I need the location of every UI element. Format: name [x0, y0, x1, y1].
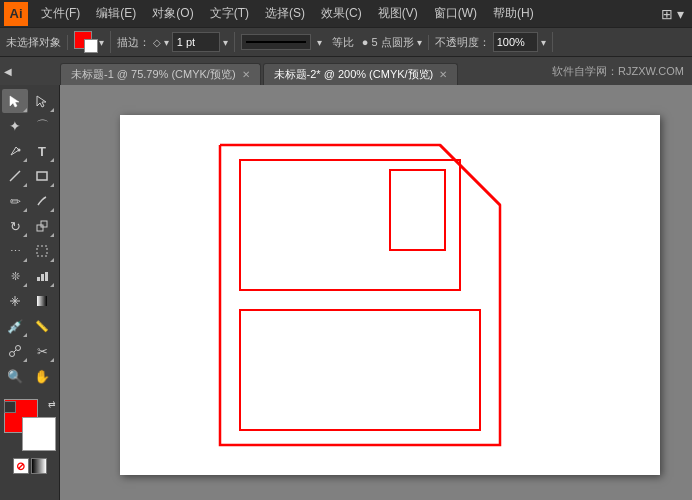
svg-marker-1 — [37, 96, 46, 107]
toolbar-stroke-section: 描边： ◇ ▾ ▾ — [117, 32, 235, 52]
toolbar-point-section: ● 5 点圆形 ▾ — [362, 35, 429, 50]
opacity-arrow[interactable]: ▾ — [541, 37, 546, 48]
lasso-btn[interactable]: ⌒ — [29, 114, 55, 138]
svg-line-3 — [10, 171, 20, 181]
point-label: ● 5 点圆形 — [362, 35, 414, 50]
stroke-label: 描边： — [117, 35, 150, 50]
toolbar-no-selection: 未选择对象 — [6, 35, 68, 50]
tool-row-4 — [2, 164, 57, 188]
svg-rect-6 — [41, 221, 47, 227]
menu-items: 文件(F) 编辑(E) 对象(O) 文字(T) 选择(S) 效果(C) 视图(V… — [34, 3, 541, 24]
watermark: 软件自学网：RJZXW.COM — [552, 64, 684, 79]
line-tool-btn[interactable] — [2, 164, 28, 188]
toolbar-opacity-section: 不透明度： ▾ — [435, 32, 553, 52]
tab-1-label: 未标题-1 @ 75.79% (CMYK/预览) — [71, 67, 236, 82]
svg-rect-7 — [37, 246, 47, 256]
canvas-area — [60, 85, 692, 500]
tool-row-5: ✏ — [2, 189, 57, 213]
svg-point-2 — [18, 149, 21, 152]
menu-select[interactable]: 选择(S) — [258, 3, 312, 24]
svg-rect-16 — [240, 160, 460, 290]
tab-1-close[interactable]: ✕ — [242, 69, 250, 80]
svg-rect-17 — [390, 170, 445, 250]
menu-bar: Ai 文件(F) 编辑(E) 对象(O) 文字(T) 选择(S) 效果(C) 视… — [0, 0, 692, 27]
stroke-color-box[interactable] — [22, 417, 56, 451]
svg-rect-5 — [37, 225, 43, 231]
tab-scroll-left[interactable]: ◀ — [4, 66, 12, 77]
stroke-unit-arrow[interactable]: ▾ — [223, 37, 228, 48]
blend-btn[interactable] — [2, 339, 28, 363]
svg-rect-8 — [37, 277, 40, 281]
rect-tool-btn[interactable] — [29, 164, 55, 188]
gradient-tool-btn[interactable] — [29, 289, 55, 313]
tool-row-10: 💉 📏 — [2, 314, 57, 338]
floppy-svg — [120, 115, 660, 475]
tool-row-8: ❊ — [2, 264, 57, 288]
window-controls: ⊞ ▾ — [661, 6, 688, 22]
symbol-spray-btn[interactable]: ❊ — [2, 264, 28, 288]
toolbar: 未选择对象 ▾ 描边： ◇ ▾ ▾ ▾ 等比 ● 5 点圆形 ▾ 不透明度： ▾ — [0, 27, 692, 57]
tab-2-close[interactable]: ✕ — [439, 69, 447, 80]
main-area: ✦ ⌒ T ✏ — [0, 85, 692, 500]
brush-tool-btn[interactable]: ✏ — [2, 189, 28, 213]
hand-btn[interactable]: ✋ — [29, 364, 55, 388]
mesh-tool-btn[interactable] — [2, 289, 28, 313]
stroke-value-input[interactable] — [172, 32, 220, 52]
ai-logo: Ai — [4, 2, 28, 26]
svg-marker-0 — [10, 96, 19, 107]
scissors-btn[interactable]: ✂ — [29, 339, 55, 363]
tool-row-1 — [2, 89, 57, 113]
svg-line-15 — [440, 145, 500, 205]
rotate-tool-btn[interactable]: ↻ — [2, 214, 28, 238]
scale-tool-btn[interactable] — [29, 214, 55, 238]
eyedropper-btn[interactable]: 💉 — [2, 314, 28, 338]
svg-line-14 — [14, 350, 16, 352]
menu-effect[interactable]: 效果(C) — [314, 3, 369, 24]
floppy-drawing — [120, 115, 660, 475]
menu-help[interactable]: 帮助(H) — [486, 3, 541, 24]
none-swatch[interactable]: ⊘ — [13, 458, 29, 474]
warp-tool-btn[interactable]: ⋯ — [2, 239, 28, 263]
menu-type[interactable]: 文字(T) — [203, 3, 256, 24]
direct-select-tool-btn[interactable] — [29, 89, 55, 113]
svg-rect-18 — [240, 310, 480, 430]
left-toolbar: ✦ ⌒ T ✏ — [0, 85, 60, 500]
dropdown-arrow-color[interactable]: ▾ — [99, 37, 104, 48]
tool-row-9 — [2, 289, 57, 313]
opacity-input[interactable] — [493, 32, 538, 52]
pencil-tool-btn[interactable] — [29, 189, 55, 213]
zoom-btn[interactable]: 🔍 — [2, 364, 28, 388]
equal-label: 等比 — [332, 35, 354, 50]
svg-rect-4 — [37, 172, 47, 180]
grid-icon[interactable]: ⊞ ▾ — [661, 6, 684, 22]
menu-file[interactable]: 文件(F) — [34, 3, 87, 24]
menu-edit[interactable]: 编辑(E) — [89, 3, 143, 24]
swatch-row: ⊘ — [2, 458, 57, 474]
svg-point-12 — [10, 352, 15, 357]
gradient-swatch[interactable] — [31, 458, 47, 474]
free-transform-btn[interactable] — [29, 239, 55, 263]
menu-object[interactable]: 对象(O) — [145, 3, 200, 24]
default-colors-icon[interactable] — [4, 401, 16, 413]
menu-view[interactable]: 视图(V) — [371, 3, 425, 24]
column-graph-btn[interactable] — [29, 264, 55, 288]
select-tool-btn[interactable] — [2, 89, 28, 113]
stroke-dropdown-arrow[interactable]: ◇ ▾ — [153, 37, 169, 48]
swap-colors-icon[interactable]: ⇄ — [48, 399, 56, 409]
menu-window[interactable]: 窗口(W) — [427, 3, 484, 24]
no-selection-label: 未选择对象 — [6, 35, 61, 50]
tool-row-2: ✦ ⌒ — [2, 114, 57, 138]
type-tool-btn[interactable]: T — [29, 139, 55, 163]
stroke-arrow2[interactable]: ▾ — [317, 37, 322, 48]
point-dropdown-arrow[interactable]: ▾ — [417, 37, 422, 48]
color-palette-area: ⇄ — [2, 395, 57, 455]
opacity-label: 不透明度： — [435, 35, 490, 50]
measure-btn[interactable]: 📏 — [29, 314, 55, 338]
stroke-color-swatch[interactable] — [84, 39, 98, 53]
tab-1[interactable]: 未标题-1 @ 75.79% (CMYK/预览) ✕ — [60, 63, 261, 85]
pen-tool-btn[interactable] — [2, 139, 28, 163]
tool-row-12: 🔍 ✋ — [2, 364, 57, 388]
magic-wand-btn[interactable]: ✦ — [2, 114, 28, 138]
tab-2[interactable]: 未标题-2* @ 200% (CMYK/预览) ✕ — [263, 63, 459, 85]
color-palette-btn[interactable]: ⇄ — [4, 399, 56, 451]
